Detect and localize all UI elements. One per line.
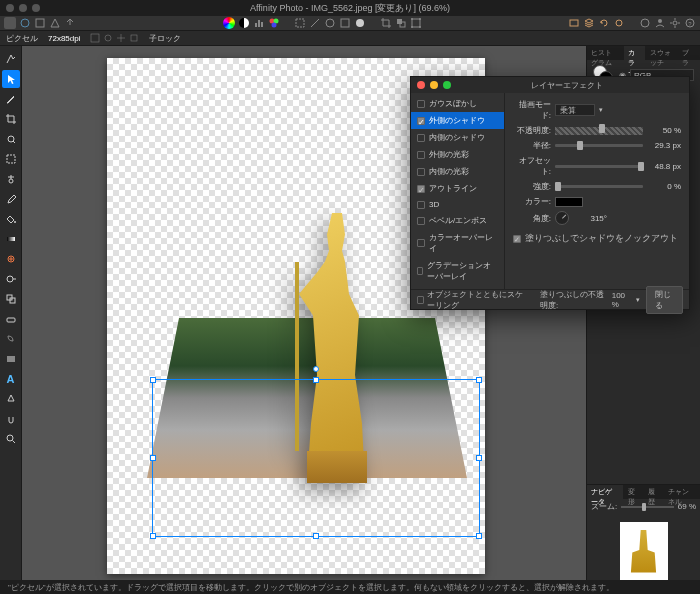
selection-brush-tool[interactable]	[2, 130, 20, 148]
fill-opacity-value[interactable]: 100 %	[612, 291, 630, 309]
tab-transform[interactable]: 変形	[624, 485, 643, 499]
zoom-tool[interactable]	[2, 430, 20, 448]
fx-item-outline[interactable]: ✓アウトライン	[411, 180, 504, 197]
hand-tool[interactable]	[2, 410, 20, 428]
snap-grid-icon[interactable]	[90, 33, 100, 43]
settings-icon[interactable]	[669, 17, 681, 29]
flood-select-tool[interactable]	[2, 170, 20, 188]
intensity-value[interactable]: 0 %	[647, 182, 681, 191]
fx-item-gaussian-blur[interactable]: ガウスぼかし	[411, 95, 504, 112]
fx-maximize-button[interactable]	[443, 81, 451, 89]
half-circle-icon[interactable]	[238, 17, 250, 29]
radius-value[interactable]: 29.3 px	[647, 141, 681, 150]
export-persona-icon[interactable]	[64, 17, 76, 29]
zoom-slider[interactable]	[621, 506, 674, 508]
tone-mapping-persona-icon[interactable]	[49, 17, 61, 29]
selection-tool-icon[interactable]	[294, 17, 306, 29]
snap-guides-icon[interactable]	[116, 33, 126, 43]
color-picker-tool[interactable]	[2, 90, 20, 108]
photo-persona-icon[interactable]	[4, 17, 16, 29]
knockout-checkbox[interactable]: ✓	[513, 235, 521, 243]
angle-dial[interactable]	[555, 211, 569, 225]
brush-tool[interactable]	[2, 190, 20, 208]
checkbox-icon[interactable]	[417, 217, 425, 225]
rotate-icon[interactable]	[598, 17, 610, 29]
intensity-slider[interactable]	[555, 185, 643, 188]
tab-brush[interactable]: ブラシ	[678, 46, 700, 60]
auto-levels-icon[interactable]	[309, 17, 321, 29]
fx-item-bevel-emboss[interactable]: ベベル/エンボス	[411, 212, 504, 229]
transform-icon[interactable]	[410, 17, 422, 29]
liquify-persona-icon[interactable]	[19, 17, 31, 29]
stock-icon[interactable]	[568, 17, 580, 29]
child-lock-label[interactable]: 子ロック	[149, 33, 181, 44]
layer-effects-dialog[interactable]: レイヤーエフェクト ガウスぼかし ✓外側のシャドウ 内側のシャドウ 外側の光彩 …	[410, 76, 690, 310]
fx-item-outer-shadow[interactable]: ✓外側のシャドウ	[411, 112, 504, 129]
checkbox-icon[interactable]	[417, 134, 425, 142]
snap-pixel-icon[interactable]	[103, 33, 113, 43]
checkbox-icon[interactable]	[417, 267, 423, 275]
erase-tool[interactable]	[2, 310, 20, 328]
fx-item-inner-shadow[interactable]: 内側のシャドウ	[411, 129, 504, 146]
checkbox-icon[interactable]	[417, 239, 425, 247]
share-icon[interactable]	[639, 17, 651, 29]
scale-with-object-checkbox[interactable]	[417, 296, 424, 304]
angle-value[interactable]: 315°	[573, 214, 607, 223]
offset-value[interactable]: 48.8 px	[647, 162, 681, 171]
assistant-icon[interactable]	[654, 17, 666, 29]
fx-item-outer-glow[interactable]: 外側の光彩	[411, 146, 504, 163]
tab-swatch[interactable]: スウォッチ	[646, 46, 677, 60]
arrange-icon[interactable]	[395, 17, 407, 29]
blend-mode-dropdown[interactable]: 乗算	[555, 104, 595, 116]
inpaint-tool[interactable]	[2, 250, 20, 268]
crop-icon[interactable]	[380, 17, 392, 29]
tab-navigator[interactable]: ナビゲータ	[587, 485, 623, 499]
opacity-slider[interactable]	[555, 127, 643, 135]
sync-icon[interactable]	[613, 17, 625, 29]
shadow-color-swatch[interactable]	[555, 197, 583, 207]
layers-stack-icon[interactable]	[583, 17, 595, 29]
shape-tool[interactable]	[2, 350, 20, 368]
gradient-tool[interactable]	[2, 230, 20, 248]
checkbox-icon[interactable]	[417, 151, 425, 159]
move-tool[interactable]	[2, 70, 20, 88]
pen-tool[interactable]	[2, 390, 20, 408]
close-button[interactable]: 閉じる	[646, 286, 683, 314]
snap-object-icon[interactable]	[129, 33, 139, 43]
radius-slider[interactable]	[555, 144, 643, 147]
checkbox-icon[interactable]	[417, 100, 425, 108]
fx-item-inner-glow[interactable]: 内側の光彩	[411, 163, 504, 180]
tab-histogram[interactable]: ヒストグラム	[587, 46, 623, 60]
fx-dialog-titlebar[interactable]: レイヤーエフェクト	[411, 77, 689, 93]
fill-tool[interactable]	[2, 210, 20, 228]
murugan-statue-layer[interactable]	[287, 213, 387, 483]
dodge-tool[interactable]	[2, 270, 20, 288]
auto-color-icon[interactable]	[339, 17, 351, 29]
checkbox-icon[interactable]: ✓	[417, 117, 425, 125]
color-picker-icon[interactable]	[223, 17, 235, 29]
view-tool[interactable]	[2, 50, 20, 68]
smudge-tool[interactable]	[2, 330, 20, 348]
checkbox-icon[interactable]	[417, 201, 425, 209]
help-icon[interactable]: ?	[684, 17, 696, 29]
tab-history[interactable]: 履歴	[644, 485, 663, 499]
offset-slider[interactable]	[555, 165, 643, 168]
fx-item-3d[interactable]: 3D	[411, 197, 504, 212]
fx-close-button[interactable]	[417, 81, 425, 89]
opacity-value[interactable]: 50 %	[647, 126, 681, 135]
navigator-thumbnail[interactable]	[620, 522, 668, 588]
tab-color[interactable]: カラー	[624, 46, 646, 60]
fx-item-color-overlay[interactable]: カラーオーバーレイ	[411, 229, 504, 257]
tab-channels[interactable]: チャンネル	[664, 485, 700, 499]
clone-tool[interactable]	[2, 290, 20, 308]
auto-contrast-icon[interactable]	[324, 17, 336, 29]
chevron-down-icon[interactable]: ▾	[636, 296, 640, 304]
crop-tool[interactable]	[2, 110, 20, 128]
swatch-group-icon[interactable]	[268, 17, 280, 29]
develop-persona-icon[interactable]	[34, 17, 46, 29]
checkbox-icon[interactable]: ✓	[417, 185, 425, 193]
levels-icon[interactable]	[253, 17, 265, 29]
marquee-tool[interactable]	[2, 150, 20, 168]
fx-minimize-button[interactable]	[430, 81, 438, 89]
auto-wb-icon[interactable]	[354, 17, 366, 29]
